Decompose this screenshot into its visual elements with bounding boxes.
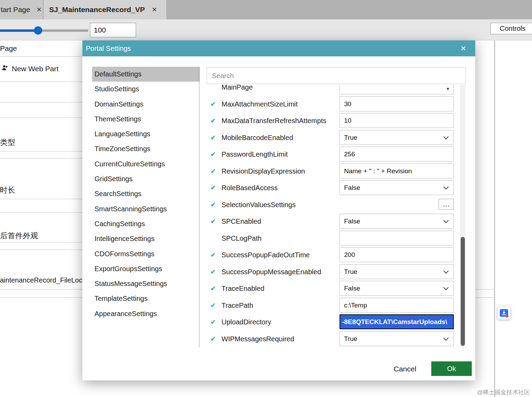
setting-value-mainpage[interactable]: ▼ [340,85,454,94]
background-file-label: aintenanceRecord_FileLoc [0,276,82,284]
setting-value-wipmessagesrequired[interactable]: True [340,331,454,346]
divider-line [0,297,82,298]
divider-line [0,158,82,158]
sidebar-item-domainsettings[interactable]: DomainSettings [92,97,200,112]
watermark: @稀土掘金技术社区 [477,388,530,396]
select-value: True [344,268,357,275]
settings-list: MainPage▼✔MaxAttachmentSizeLimit30✔MaxDa… [207,85,460,348]
controls-button[interactable]: Controls [490,23,532,34]
sidebar-item-themesettings[interactable]: ThemeSettings [92,112,200,127]
check-icon: ✔ [210,146,216,163]
setting-label: MaxAttachmentSizeLimit [222,96,298,112]
setting-label: RevisionDisplayExpression [222,163,305,179]
close-icon[interactable]: ✕ [460,44,472,53]
check-icon: ✔ [210,280,216,297]
tab-bar: tart Page ✕ SJ_MaintenanceRecord_VP ✕ [0,0,532,19]
tab-start-page[interactable]: tart Page ✕ [0,0,43,19]
sidebar-item-templatesettings[interactable]: TemplateSettings [92,291,200,306]
close-icon[interactable]: ✕ [36,6,42,13]
divider-line [475,289,495,289]
select-value: False [344,184,360,191]
check-icon: ✔ [210,96,216,112]
tab-label: tart Page [1,6,30,14]
setting-value-maxdatatransferrefreshattempts[interactable]: 10 [340,113,454,128]
setting-value-successpopupfadeouttime[interactable]: 200 [340,247,454,262]
setting-row-uploaddirectory: ✔UploadDirectory-8E8QTECKLAT\CamstarUplo… [207,314,460,330]
divider-line [0,250,82,250]
tab-maintenance-record[interactable]: SJ_MaintenanceRecord_VP ✕ [44,0,167,19]
setting-label: TracePath [222,297,253,314]
setting-label: MaxDataTransferRefreshAttempts [222,112,326,129]
select-value: True [344,134,357,141]
setting-label: SPCEnabled [222,213,261,230]
scrollbar-thumb[interactable] [461,237,465,346]
setting-row-mainpage: MainPage▼ [207,85,460,95]
sidebar-item-exportgroupssettings[interactable]: ExportGroupsSettings [92,261,200,276]
sidebar-item-cdoformssettings[interactable]: CDOFormsSettings [92,247,200,261]
sidebar-item-languagesettings[interactable]: LanguageSettings [92,127,200,141]
setting-value-passwordlengthlimit[interactable]: 256 [340,147,454,161]
setting-value-mobilebarcodeenabled[interactable]: True [340,130,454,145]
chevron-down-icon: ▼ [446,87,450,91]
sidebar-item-appearancesettings[interactable]: AppearanceSettings [92,306,200,321]
select-value: False [344,218,360,225]
setting-value-selectionvaluessettings[interactable]: … [439,199,454,210]
check-icon: ✔ [210,297,216,314]
settings-category-list: DefaultSettingsStudioSettingsDomainSetti… [92,67,200,321]
zoom-slider-fill [0,29,39,32]
chevron-down-icon [443,218,449,223]
divider-line [0,151,82,151]
zoom-slider-handle[interactable] [34,26,42,35]
setting-row-mobilebarcodeenabled: ✔MobileBarcodeEnabledTrue [207,129,460,146]
setting-value-tracepath[interactable]: c:\Temp [340,298,454,313]
scrollbar-track[interactable] [460,85,466,348]
sidebar-item-timezonesettings[interactable]: TimeZoneSettings [92,141,200,156]
setting-row-wipmessagesrequired: ✔WIPMessagesRequiredTrue [207,331,460,347]
sidebar-item-intelligencesettings[interactable]: IntelligenceSettings [92,231,200,246]
new-web-part-icon [1,64,8,73]
setting-label: WIPMessagesRequired [222,331,294,347]
new-web-part-item[interactable]: New Web Part [1,64,58,73]
setting-row-successpopupmessageenabled: ✔SuccessPopupMessageEnabledTrue [207,264,460,280]
setting-value-successpopupmessageenabled[interactable]: True [340,264,454,279]
extension-icon[interactable] [497,306,511,320]
setting-label: SuccessPopupFadeOutTime [222,247,310,263]
dialog-title: Portal Settings [86,45,131,53]
setting-value-maxattachmentsizelimit[interactable]: 30 [340,96,454,111]
setting-value-spcenabled[interactable]: False [340,214,454,229]
panel-divider-line [494,40,495,397]
setting-label: MainPage [222,85,253,95]
sidebar-item-smartscanningsettings[interactable]: SmartScanningSettings [92,202,200,216]
sidebar-divider [199,67,199,348]
sidebar-item-statusmessagesettings[interactable]: StatusMessageSettings [92,276,200,291]
tab-label: SJ_MaintenanceRecord_VP [49,6,145,14]
setting-label: TraceEnabled [222,280,264,297]
sidebar-item-currentculturesettings[interactable]: CurrentCultureSettings [92,157,200,172]
search-input[interactable] [207,67,466,84]
cancel-button[interactable]: Cancel [384,361,426,377]
setting-label: SPCLogPath [222,230,262,247]
setting-value-uploaddirectory[interactable]: -8E8QTECKLAT\CamstarUploads\ [340,314,454,329]
select-value: False [344,285,360,292]
divider-line [0,199,82,199]
setting-row-maxdatatransferrefreshattempts: ✔MaxDataTransferRefreshAttempts10 [207,112,460,129]
setting-label: SuccessPopupMessageEnabled [222,264,321,280]
setting-row-tracepath: ✔TracePathc:\Temp [207,297,460,314]
ok-button[interactable]: Ok [431,361,472,376]
sidebar-item-cachingsettings[interactable]: CachingSettings [92,216,200,231]
check-icon: ✔ [210,196,216,213]
sidebar-item-searchsettings[interactable]: SearchSettings [92,186,200,201]
close-icon[interactable]: ✕ [152,6,157,13]
sidebar-item-defaultsettings[interactable]: DefaultSettings [92,67,200,82]
check-icon: ✔ [210,179,216,196]
sidebar-item-studiosettings[interactable]: StudioSettings [92,82,200,96]
setting-value-traceenabled[interactable]: False [340,281,454,296]
setting-row-maxattachmentsizelimit: ✔MaxAttachmentSizeLimit30 [207,96,460,112]
setting-value-spclogpath[interactable] [340,231,454,246]
sidebar-item-gridsettings[interactable]: GridSettings [92,172,200,186]
setting-value-rolebasedaccess[interactable]: False [340,180,454,195]
setting-row-passwordlengthlimit: ✔PasswordLengthLimit256 [207,146,460,163]
chevron-down-icon [443,134,449,139]
setting-value-revisiondisplayexpression[interactable]: Name + " : " + Revision [340,164,454,178]
zoom-value-input[interactable] [90,23,136,37]
